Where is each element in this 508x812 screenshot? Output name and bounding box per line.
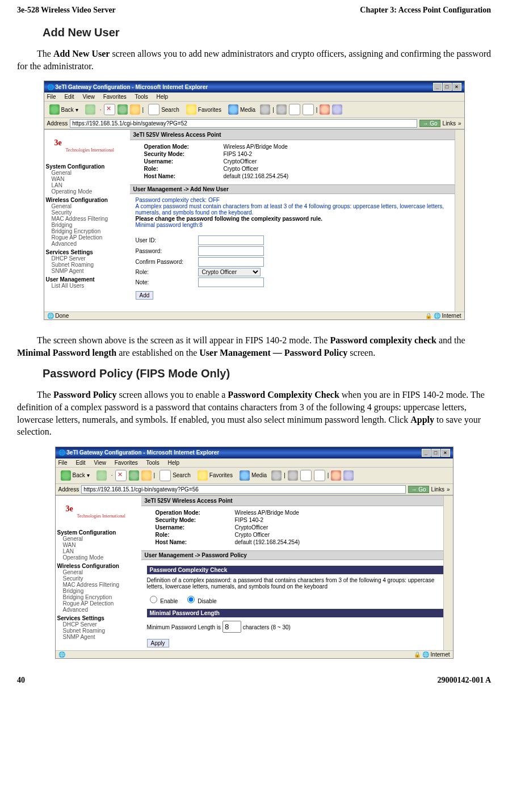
nav-system[interactable]: System Configuration xyxy=(46,163,128,170)
favorites-button[interactable]: Favorites xyxy=(195,470,235,481)
menubar[interactable]: File Edit View Favorites Tools Help xyxy=(56,458,453,468)
menu-edit[interactable]: Edit xyxy=(75,460,85,466)
nav-item[interactable]: WAN xyxy=(46,176,128,182)
nav-item[interactable]: General xyxy=(57,569,140,575)
nav-item[interactable]: Advanced xyxy=(57,607,140,613)
menu-view[interactable]: View xyxy=(82,94,95,100)
search-button[interactable]: Search xyxy=(157,469,193,482)
go-button[interactable]: → Go xyxy=(419,120,440,127)
refresh-icon[interactable] xyxy=(117,104,128,115)
print-icon[interactable] xyxy=(289,104,300,115)
nav-item[interactable]: General xyxy=(46,203,128,209)
nav-services[interactable]: Services Settings xyxy=(46,249,128,255)
nav-item[interactable]: Subnet Roaming xyxy=(57,628,140,634)
window-buttons[interactable]: _□× xyxy=(421,449,450,457)
nav-item[interactable]: Security xyxy=(57,575,140,582)
back-button[interactable]: Back ▾ xyxy=(47,104,81,115)
stop-icon[interactable] xyxy=(115,470,127,481)
history-icon[interactable] xyxy=(260,104,270,115)
nav-item[interactable]: WAN xyxy=(57,542,140,548)
nav-item[interactable]: Operating Mode xyxy=(57,554,140,561)
note-input[interactable] xyxy=(198,277,264,287)
nav-item[interactable]: Rogue AP Detection xyxy=(57,600,140,607)
nav-services[interactable]: Services Settings xyxy=(57,615,140,621)
nav-item[interactable]: MAC Address Filtering xyxy=(57,582,140,588)
favorites-button[interactable]: Favorites xyxy=(184,104,224,115)
nav-item[interactable]: SNMP Agent xyxy=(46,268,128,274)
nav-item[interactable]: List All Users xyxy=(46,283,128,289)
nav-item[interactable]: Bridging Encryption xyxy=(46,228,128,234)
print-icon[interactable] xyxy=(300,470,312,481)
links-label[interactable]: Links xyxy=(443,120,456,127)
refresh-icon[interactable] xyxy=(129,470,139,481)
edit-icon[interactable] xyxy=(314,470,325,481)
url-input[interactable] xyxy=(70,119,417,128)
nav-item[interactable]: SNMP Agent xyxy=(57,634,140,640)
nav-wireless[interactable]: Wireless Configuration xyxy=(57,563,140,569)
nav-item[interactable]: Bridging xyxy=(46,222,128,228)
search-button[interactable]: Search xyxy=(146,103,182,116)
nav-item[interactable]: LAN xyxy=(57,548,140,554)
nav-item[interactable]: DHCP Server xyxy=(57,621,140,628)
menu-help[interactable]: Help xyxy=(168,460,180,466)
people-icon[interactable] xyxy=(332,104,342,115)
nav-item[interactable]: Subnet Roaming xyxy=(46,262,128,268)
nav-item[interactable]: MAC Address Filtering xyxy=(46,216,128,222)
enable-radio[interactable]: Enable xyxy=(147,598,178,604)
nav-item[interactable]: Bridging Encryption xyxy=(57,594,140,600)
nav-item[interactable]: LAN xyxy=(46,182,128,188)
home-icon[interactable] xyxy=(141,470,152,481)
fwd-button[interactable] xyxy=(94,470,109,481)
back-button[interactable]: Back ▾ xyxy=(58,470,92,481)
menu-tools[interactable]: Tools xyxy=(146,460,159,466)
mail-icon[interactable] xyxy=(288,470,298,481)
nav-system[interactable]: System Configuration xyxy=(57,529,140,536)
nav-item[interactable]: Bridging xyxy=(57,588,140,594)
stop-icon[interactable] xyxy=(104,104,115,115)
edit-icon[interactable] xyxy=(303,104,314,115)
menu-help[interactable]: Help xyxy=(157,94,169,100)
nav-item[interactable]: Security xyxy=(46,209,128,216)
links-label[interactable]: Links xyxy=(431,486,444,493)
menu-tools[interactable]: Tools xyxy=(135,94,148,100)
media-button[interactable]: Media xyxy=(237,470,269,481)
menu-file[interactable]: File xyxy=(47,94,56,100)
home-icon[interactable] xyxy=(130,104,140,115)
disable-radio[interactable]: Disable xyxy=(184,598,217,604)
menu-view[interactable]: View xyxy=(94,460,106,466)
nav-item[interactable]: General xyxy=(57,536,140,542)
menu-favorites[interactable]: Favorites xyxy=(115,460,138,466)
userid-input[interactable] xyxy=(198,235,264,245)
role-select[interactable]: Crypto Officer xyxy=(198,268,261,276)
min-length-input[interactable] xyxy=(222,621,241,633)
menu-edit[interactable]: Edit xyxy=(64,94,74,100)
nav-item[interactable]: Advanced xyxy=(46,241,128,247)
window-buttons[interactable]: _□× xyxy=(433,83,461,91)
history-icon[interactable] xyxy=(271,470,282,481)
nav-item[interactable]: General xyxy=(46,170,128,176)
nav-item[interactable]: Operating Mode xyxy=(46,188,128,195)
fwd-button[interactable] xyxy=(83,104,98,115)
status-bar: 🌐 Done 🔒 🌐 Internet xyxy=(44,312,464,319)
nav-item[interactable]: DHCP Server xyxy=(46,255,128,262)
mail-icon[interactable] xyxy=(276,104,287,115)
scrollbar[interactable] xyxy=(455,130,464,312)
nav-wireless[interactable]: Wireless Configuration xyxy=(46,197,128,203)
password-input[interactable] xyxy=(198,246,264,256)
logo: 3eTechnologies International xyxy=(57,499,140,527)
messenger-icon[interactable] xyxy=(320,104,330,115)
nav-user-mgmt[interactable]: User Management xyxy=(46,276,128,283)
apply-button[interactable]: Apply xyxy=(147,639,169,647)
menu-file[interactable]: File xyxy=(58,460,68,466)
go-button[interactable]: → Go xyxy=(408,486,429,493)
scrollbar[interactable] xyxy=(443,496,453,650)
people-icon[interactable] xyxy=(343,470,354,481)
messenger-icon[interactable] xyxy=(331,470,341,481)
nav-item[interactable]: Rogue AP Detection xyxy=(46,234,128,241)
media-button[interactable]: Media xyxy=(226,104,258,115)
url-input[interactable] xyxy=(81,485,406,494)
menubar[interactable]: File Edit View Favorites Tools Help xyxy=(44,92,464,102)
add-button[interactable]: Add xyxy=(136,291,154,300)
menu-favorites[interactable]: Favorites xyxy=(103,94,127,100)
confirm-password-input[interactable] xyxy=(198,257,264,267)
